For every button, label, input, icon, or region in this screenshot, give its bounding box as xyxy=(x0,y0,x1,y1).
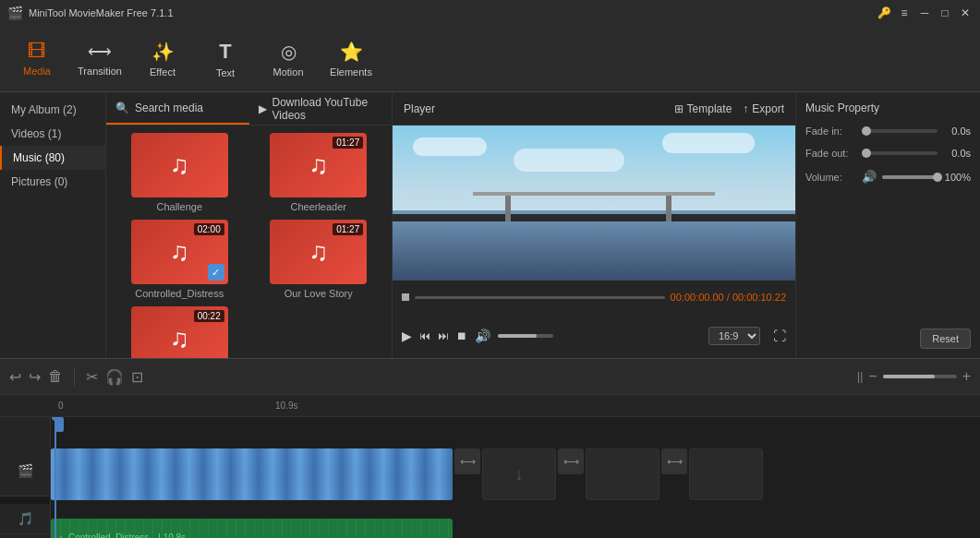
toolbar-item-effect[interactable]: ✨ Effect xyxy=(133,30,192,89)
transition-button[interactable]: ⟷ xyxy=(454,448,480,474)
transition-button-3[interactable]: ⟷ xyxy=(661,448,687,474)
key-icon[interactable]: 🔑 xyxy=(877,6,891,19)
bridge-beam xyxy=(473,192,715,196)
minimize-button[interactable]: ─ xyxy=(917,6,932,19)
cloud-2 xyxy=(514,149,624,172)
player-panel: Player ⊞ Template ↑ Export xyxy=(393,92,795,358)
sidebar-item-music[interactable]: Music (80) xyxy=(0,146,105,170)
export-button[interactable]: ↑ Export xyxy=(743,102,784,115)
headphones-button[interactable]: 🎧 xyxy=(105,368,124,386)
music-property-panel: Music Property Fade in: 0.0s Fade out: 0… xyxy=(795,92,980,358)
toolbar-item-elements[interactable]: ⭐ Elements xyxy=(321,30,381,89)
media-item-label: Challenge xyxy=(156,201,202,212)
timeline-playhead[interactable] xyxy=(54,417,64,432)
progress-handle[interactable] xyxy=(402,293,409,301)
list-item[interactable]: ♫ 01:27 Our Love Story xyxy=(253,220,385,299)
media-icon: 🎞 xyxy=(28,41,46,62)
skip-back-button[interactable]: ⏮ xyxy=(419,329,430,342)
fade-in-thumb[interactable] xyxy=(862,126,871,136)
toolbar-item-text[interactable]: T Text xyxy=(196,30,255,89)
media-thumbnail: ♫ xyxy=(131,133,228,197)
media-item-label: Our Love Story xyxy=(284,288,353,299)
menu-icon[interactable]: ≡ xyxy=(897,6,912,19)
volume-label: Volume: xyxy=(805,172,856,183)
media-duration: 01:27 xyxy=(333,223,363,235)
template-button[interactable]: ⊞ Template xyxy=(674,102,732,115)
list-item[interactable]: ♫ 00:22 Photo Album xyxy=(114,306,246,358)
video-track: ⟷ ↓ ⟷ ⟷ xyxy=(51,448,980,500)
fade-in-slider[interactable] xyxy=(862,129,938,133)
motion-icon: ◎ xyxy=(281,41,296,63)
checkmark-icon: ✓ xyxy=(208,264,224,281)
fade-out-thumb[interactable] xyxy=(862,149,871,158)
search-icon: 🔍 xyxy=(115,102,129,114)
player-header: Player ⊞ Template ↑ Export xyxy=(393,92,795,126)
timeline-start: 0 xyxy=(58,401,64,411)
zoom-minus-button[interactable]: − xyxy=(868,368,877,385)
media-thumbnail: ♫ 01:27 xyxy=(270,220,367,284)
music-track-icon[interactable]: ♪ xyxy=(0,533,50,538)
maximize-button[interactable]: □ xyxy=(938,6,952,19)
timeline-area: 0 10.9s 🎬 🎵 ♪ xyxy=(0,395,980,538)
title-bar-left: 🎬 MiniTool MovieMaker Free 7.1.1 xyxy=(7,6,174,20)
aspect-ratio-select[interactable]: 16:9 9:16 1:1 4:3 xyxy=(708,327,760,345)
empty-clip-slot-3[interactable] xyxy=(689,448,763,500)
play-button[interactable]: ▶ xyxy=(402,329,412,343)
volume-icon[interactable]: 🔊 xyxy=(475,329,490,343)
controls-divider xyxy=(74,367,75,386)
delete-button[interactable]: 🗑 xyxy=(48,368,63,385)
media-duration: 00:22 xyxy=(194,310,224,322)
close-button[interactable]: ✕ xyxy=(958,6,973,19)
app-title: MiniTool MovieMaker Free 7.1.1 xyxy=(29,7,174,18)
sidebar-item-videos[interactable]: Videos (1) xyxy=(0,122,105,146)
toolbar-item-motion[interactable]: ◎ Motion xyxy=(259,30,318,89)
zoom-plus-button[interactable]: + xyxy=(962,368,971,385)
video-track-icon[interactable]: 🎬 xyxy=(0,445,50,496)
fullscreen-button[interactable]: ⛶ xyxy=(773,329,786,343)
undo-button[interactable]: ↩ xyxy=(9,368,21,386)
timeline-header: 0 10.9s xyxy=(0,395,980,417)
toolbar: 🎞 Media ⟷ Transition ✨ Effect T Text ◎ M… xyxy=(0,26,980,92)
stop-button[interactable]: ⏹ xyxy=(456,329,467,342)
timeline-cursor xyxy=(54,417,56,538)
fade-in-value: 0.0s xyxy=(943,126,971,137)
progress-bar[interactable] xyxy=(415,296,665,299)
zoom-fill xyxy=(883,375,935,378)
volume-fill-prop xyxy=(882,175,938,179)
music-track-add-icon[interactable]: 🎵 xyxy=(0,504,50,533)
volume-row: Volume: 🔊 100% xyxy=(805,170,971,184)
list-item[interactable]: ♫ 02:00 ✓ Controlled_Distress xyxy=(114,220,246,299)
video-clip[interactable] xyxy=(51,448,453,500)
music-note-icon: ♫ xyxy=(309,237,328,267)
elements-icon: ⭐ xyxy=(340,41,363,63)
empty-clip-slot-1[interactable]: ↓ xyxy=(482,448,556,500)
fade-out-slider[interactable] xyxy=(862,151,938,155)
fade-out-label: Fade out: xyxy=(805,148,856,159)
crop-button[interactable]: ⊡ xyxy=(131,368,143,386)
timeline-content: 🎬 🎵 ♪ ⟷ ↓ xyxy=(0,417,980,538)
prev-frame-button[interactable]: ⏭ xyxy=(438,329,449,342)
fade-out-value: 0.0s xyxy=(943,148,971,159)
sidebar-item-my-album[interactable]: My Album (2) xyxy=(0,98,105,122)
empty-clip-slot-2[interactable] xyxy=(586,448,659,500)
music-clip[interactable]: ♪ Controlled_Distress | 10.8s xyxy=(51,519,453,538)
list-item[interactable]: ♫ 01:27 Cheerleader xyxy=(253,133,385,212)
toolbar-item-transition[interactable]: ⟷ Transition xyxy=(70,30,129,89)
timeline-spacer xyxy=(0,417,50,445)
volume-thumb[interactable] xyxy=(933,173,942,182)
volume-slider[interactable] xyxy=(498,334,553,338)
transition-button-2[interactable]: ⟷ xyxy=(558,448,584,474)
toolbar-item-media[interactable]: 🎞 Media xyxy=(7,30,67,89)
sidebar-item-pictures[interactable]: Pictures (0) xyxy=(0,170,105,194)
media-thumbnail: ♫ 01:27 xyxy=(270,133,367,197)
volume-slider-prop[interactable] xyxy=(882,175,938,179)
list-item[interactable]: ♫ Challenge xyxy=(114,133,246,212)
zoom-slider[interactable] xyxy=(883,375,957,378)
media-thumbnail: ♫ 00:22 xyxy=(131,306,228,358)
reset-button[interactable]: Reset xyxy=(920,329,971,349)
download-youtube-button[interactable]: ▶ Download YouTube Videos xyxy=(249,92,393,125)
zoom-controls: || − + xyxy=(857,368,971,385)
redo-button[interactable]: ↪ xyxy=(29,368,41,386)
cut-button[interactable]: ✂ xyxy=(86,368,98,386)
search-media-button[interactable]: 🔍 Search media xyxy=(106,92,249,125)
